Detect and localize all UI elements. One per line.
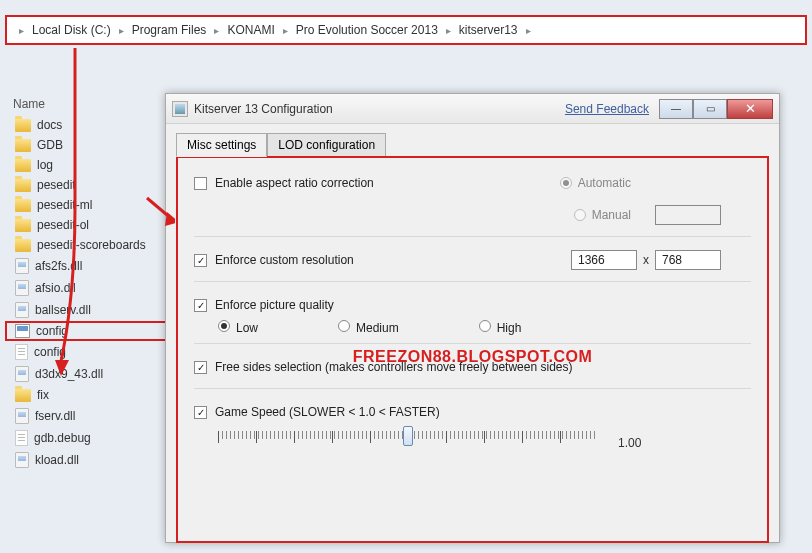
file-item[interactable]: gdb.debug xyxy=(5,427,170,449)
dll-icon xyxy=(15,258,29,274)
resolution-width-input[interactable] xyxy=(571,250,637,270)
radio-automatic xyxy=(560,177,572,189)
breadcrumb-item[interactable]: Local Disk (C:) xyxy=(26,23,117,37)
file-item-label: fix xyxy=(37,388,49,402)
file-item[interactable]: afsio.dll xyxy=(5,277,170,299)
file-item-label: kload.dll xyxy=(35,453,79,467)
folder-icon xyxy=(15,139,31,152)
minimize-button[interactable]: — xyxy=(659,99,693,119)
separator xyxy=(194,388,751,389)
file-item[interactable]: pesedit xyxy=(5,175,170,195)
file-item-label: pesedit xyxy=(37,178,76,192)
tab-lod-configuration[interactable]: LOD configuration xyxy=(267,133,386,157)
app-icon xyxy=(172,101,188,117)
send-feedback-link[interactable]: Send Feedback xyxy=(565,102,649,116)
config-icon xyxy=(15,324,30,338)
file-item[interactable]: fix xyxy=(5,385,170,405)
chevron-right-icon: ▸ xyxy=(212,25,221,36)
folder-icon xyxy=(15,239,31,252)
dll-icon xyxy=(15,302,29,318)
file-item-label: ballserv.dll xyxy=(35,303,91,317)
label-medium: Medium xyxy=(356,321,399,335)
close-button[interactable]: ✕ xyxy=(727,99,773,119)
titlebar[interactable]: Kitserver 13 Configuration Send Feedback… xyxy=(166,94,779,124)
folder-icon xyxy=(15,179,31,192)
watermark: FREEZON88.BLOGSPOT.COM xyxy=(178,348,767,366)
file-item-label: pesedit-ol xyxy=(37,218,89,232)
file-item-label: pesedit-ml xyxy=(37,198,92,212)
file-item[interactable]: GDB xyxy=(5,135,170,155)
file-item-label: config xyxy=(36,324,68,338)
config-dialog: Kitserver 13 Configuration Send Feedback… xyxy=(165,93,780,543)
slider-thumb[interactable] xyxy=(403,426,413,446)
times-symbol: x xyxy=(643,253,649,267)
file-item[interactable]: fserv.dll xyxy=(5,405,170,427)
folder-icon xyxy=(15,389,31,402)
label-automatic: Automatic xyxy=(578,176,631,190)
folder-icon xyxy=(15,199,31,212)
file-item-label: afs2fs.dll xyxy=(35,259,82,273)
window-title: Kitserver 13 Configuration xyxy=(194,102,333,116)
file-item[interactable]: d3dx9_43.dll xyxy=(5,363,170,385)
folder-icon xyxy=(15,219,31,232)
breadcrumb-item[interactable]: kitserver13 xyxy=(453,23,524,37)
file-item[interactable]: pesedit-ol xyxy=(5,215,170,235)
chevron-right-icon: ▸ xyxy=(444,25,453,36)
label-high: High xyxy=(497,321,522,335)
folder-icon xyxy=(15,119,31,132)
checkbox-custom-resolution[interactable] xyxy=(194,254,207,267)
file-item-label: fserv.dll xyxy=(35,409,75,423)
dll-icon xyxy=(15,408,29,424)
file-item[interactable]: pesedit-ml xyxy=(5,195,170,215)
dll-icon xyxy=(15,280,29,296)
dll-icon xyxy=(15,452,29,468)
file-item[interactable]: afs2fs.dll xyxy=(5,255,170,277)
column-header-name[interactable]: Name xyxy=(5,93,170,115)
file-item[interactable]: ballserv.dll xyxy=(5,299,170,321)
checkbox-picture-quality[interactable] xyxy=(194,299,207,312)
tab-strip: Misc settings LOD configuration xyxy=(166,124,779,156)
breadcrumb-item[interactable]: Pro Evolution Soccer 2013 xyxy=(290,23,444,37)
settings-panel: Enable aspect ratio correction Automatic… xyxy=(176,156,769,543)
aspect-ratio-input xyxy=(655,205,721,225)
file-item-label: gdb.debug xyxy=(34,431,91,445)
file-item[interactable]: log xyxy=(5,155,170,175)
file-item[interactable]: kload.dll xyxy=(5,449,170,471)
radio-quality-medium[interactable] xyxy=(338,320,350,332)
breadcrumb-item[interactable]: KONAMI xyxy=(221,23,280,37)
file-item[interactable]: docs xyxy=(5,115,170,135)
tab-misc-settings[interactable]: Misc settings xyxy=(176,133,267,157)
checkbox-aspect-ratio[interactable] xyxy=(194,177,207,190)
maximize-button[interactable]: ▭ xyxy=(693,99,727,119)
label-manual: Manual xyxy=(592,208,631,222)
separator xyxy=(194,236,751,237)
chevron-right-icon: ▸ xyxy=(524,25,533,36)
breadcrumb-item[interactable]: Program Files xyxy=(126,23,213,37)
game-speed-slider[interactable] xyxy=(218,431,598,455)
chevron-right-icon: ▸ xyxy=(117,25,126,36)
file-list-pane: Name docsGDBlogpeseditpesedit-mlpesedit-… xyxy=(5,93,170,471)
file-item-label: log xyxy=(37,158,53,172)
label-custom-resolution: Enforce custom resolution xyxy=(215,253,354,267)
file-item-label: docs xyxy=(37,118,62,132)
separator xyxy=(194,281,751,282)
file-item-label: config xyxy=(34,345,66,359)
resolution-height-input[interactable] xyxy=(655,250,721,270)
label-low: Low xyxy=(236,321,258,335)
separator xyxy=(194,343,751,344)
dll-icon xyxy=(15,366,29,382)
chevron-right-icon: ▸ xyxy=(281,25,290,36)
checkbox-game-speed[interactable] xyxy=(194,406,207,419)
radio-quality-high[interactable] xyxy=(479,320,491,332)
radio-manual xyxy=(574,209,586,221)
file-item[interactable]: pesedit-scoreboards xyxy=(5,235,170,255)
breadcrumb-bar[interactable]: ▸ Local Disk (C:) ▸ Program Files ▸ KONA… xyxy=(5,15,807,45)
file-item-label: pesedit-scoreboards xyxy=(37,238,146,252)
txt-icon xyxy=(15,344,28,360)
file-item[interactable]: config xyxy=(5,341,170,363)
label-game-speed: Game Speed (SLOWER < 1.0 < FASTER) xyxy=(215,405,440,419)
file-item[interactable]: config xyxy=(5,321,170,341)
file-item-label: GDB xyxy=(37,138,63,152)
label-picture-quality: Enforce picture quality xyxy=(215,298,334,312)
radio-quality-low[interactable] xyxy=(218,320,230,332)
